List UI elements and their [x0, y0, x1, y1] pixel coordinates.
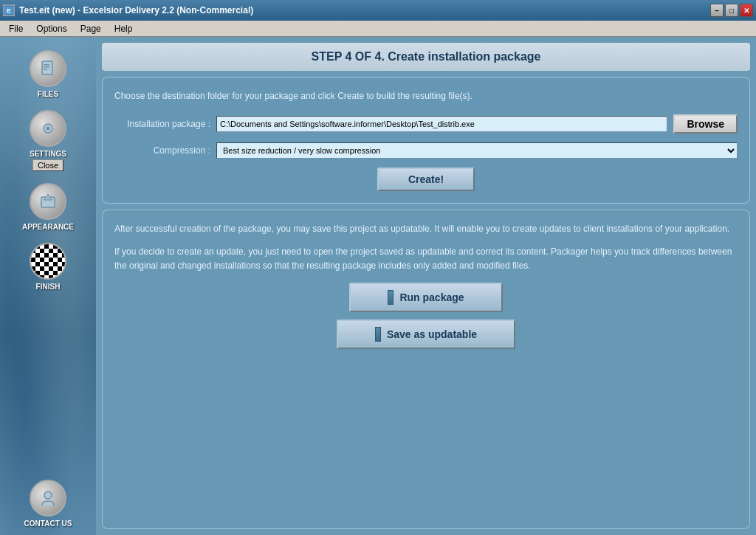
sidebar-item-appearance[interactable]: APPEARANCE	[0, 177, 96, 237]
appearance-icon	[30, 183, 66, 220]
compression-row: Compression : Best size reduction / very…	[114, 142, 738, 159]
save-icon	[375, 327, 381, 342]
svg-rect-2	[42, 61, 52, 75]
menu-options[interactable]: Options	[30, 22, 72, 35]
close-button[interactable]: ✕	[740, 4, 753, 17]
menu-bar: File Options Page Help	[0, 21, 756, 37]
top-panel: Choose the destination folder for your p…	[102, 77, 750, 204]
close-small-button[interactable]: Close	[32, 159, 63, 171]
browse-button[interactable]: Browse	[673, 114, 738, 134]
step-title: STEP 4 OF 4. Create installation package	[312, 50, 541, 63]
run-icon	[388, 290, 394, 305]
sidebar: FILES SETTINGS Close APPEARANCE	[0, 37, 96, 535]
svg-point-7	[47, 127, 50, 131]
contact-label: CONTACT US	[24, 520, 72, 528]
panel-description: Choose the destination folder for your p…	[114, 89, 738, 103]
title-bar: E Test.eit (new) - Excelsior Delivery 2.…	[0, 0, 756, 21]
settings-icon	[30, 110, 66, 147]
sidebar-item-finish[interactable]: FINISH	[0, 237, 96, 297]
menu-help[interactable]: Help	[109, 22, 139, 35]
info-panel: After successful creation of the package…	[102, 210, 750, 529]
compression-select[interactable]: Best size reduction / very slow compress…	[216, 142, 738, 159]
run-package-button[interactable]: Run package	[349, 283, 502, 312]
package-label: Installation package :	[114, 119, 210, 129]
sidebar-item-settings[interactable]: SETTINGS Close	[0, 104, 96, 177]
svg-rect-5	[44, 69, 47, 70]
svg-text:E: E	[7, 7, 11, 14]
create-button[interactable]: Create!	[377, 168, 475, 191]
package-row: Installation package : Browse	[114, 114, 738, 134]
action-buttons: Run package Save as updatable	[114, 283, 738, 349]
menu-page[interactable]: Page	[75, 22, 107, 35]
menu-file[interactable]: File	[3, 22, 29, 35]
svg-rect-4	[44, 66, 49, 68]
appearance-label: APPEARANCE	[22, 223, 74, 231]
svg-point-10	[44, 491, 52, 499]
svg-rect-3	[44, 64, 49, 66]
save-updatable-button[interactable]: Save as updatable	[337, 320, 515, 349]
files-icon	[30, 50, 66, 87]
finish-label: FINISH	[36, 283, 61, 291]
window-title: Test.eit (new) - Excelsior Delivery 2.2 …	[19, 5, 253, 15]
finish-icon	[30, 243, 66, 280]
contact-icon[interactable]	[30, 480, 66, 517]
files-label: FILES	[38, 90, 58, 98]
content-area: STEP 4 OF 4. Create installation package…	[96, 37, 756, 535]
settings-label: SETTINGS	[30, 150, 66, 158]
app-icon: E	[3, 4, 15, 16]
minimize-button[interactable]: –	[710, 4, 724, 17]
maximize-button[interactable]: □	[725, 4, 738, 17]
info-para-2: If you decide to create an update, you j…	[114, 245, 738, 273]
compression-label: Compression :	[114, 145, 210, 156]
info-para-1: After successful creation of the package…	[114, 222, 738, 236]
contact-section: CONTACT US	[0, 480, 96, 528]
package-input[interactable]	[216, 116, 667, 132]
sidebar-item-files[interactable]: FILES	[0, 44, 96, 104]
step-header: STEP 4 OF 4. Create installation package	[102, 43, 750, 71]
